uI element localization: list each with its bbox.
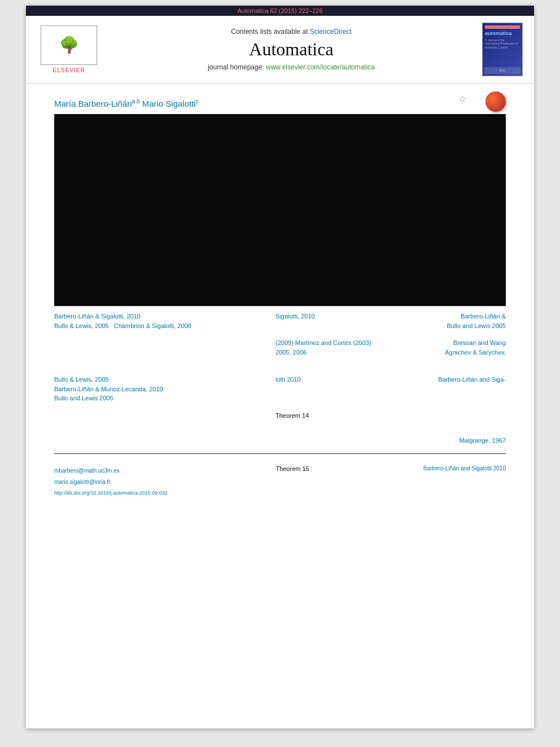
journal-header: 🌳 ELSEVIER Contents lists available at S… bbox=[26, 16, 534, 84]
ref-row-5: Malgrange, 1967 bbox=[54, 436, 506, 445]
ref-row-4: Theorem 14 bbox=[54, 411, 506, 421]
journal-info: Contents lists available at ScienceDirec… bbox=[112, 23, 471, 76]
ref-agrachev-sarychev: Agrachev & Sarychev, bbox=[445, 349, 506, 356]
ref-sigalotti-2010: Sigalotti, 2010 bbox=[275, 313, 315, 320]
cover-subtitle: A Journal of the International Federatio… bbox=[485, 38, 520, 50]
author-badge-icon bbox=[485, 91, 506, 112]
footer-theorem15-area: Theorem 15 bbox=[271, 465, 374, 498]
ref-bressan-wang: Bressan and Wang bbox=[453, 339, 506, 346]
ref-row-3: Bullo & Lewis, 2005 Barbero-Liñán & Muno… bbox=[54, 375, 506, 403]
footer-divider bbox=[54, 453, 506, 454]
ref-barbero-munoz-2010: Barbero-Liñán & Munoz-Lecanda, 2010 bbox=[54, 386, 163, 392]
ref-row5-left bbox=[54, 436, 271, 445]
cover-accent-bar bbox=[485, 25, 520, 29]
tree-icon: 🌳 bbox=[59, 37, 79, 53]
ref-row2-middle: (2009) Martínez and Cortés (2003) 2005, … bbox=[271, 338, 379, 357]
ref-barbero-linan-right: Barbero-Liñán & bbox=[461, 313, 506, 320]
homepage-link[interactable]: www.elsevier.com/locate/automatica bbox=[266, 63, 375, 71]
author1-name: María Barbero-Liñán bbox=[54, 99, 132, 108]
ref-row-2: (2009) Martínez and Cortés (2003) 2005, … bbox=[54, 338, 506, 357]
footer-barbero-sigalotti-ref: Barbero-Liñán and Sigalotti 2010 bbox=[423, 465, 506, 471]
authors-line: María Barbero-Liñána b Mario Sigalottic bbox=[54, 98, 506, 108]
elsevier-tree-logo: 🌳 bbox=[41, 25, 97, 65]
journal-cover-container: automatica A Journal of the Internationa… bbox=[480, 23, 525, 76]
ref-row5-middle bbox=[271, 436, 379, 445]
cover-text: automatica A Journal of the Internationa… bbox=[485, 30, 520, 49]
ref-row2-right: Bressan and Wang Agrachev & Sarychev, bbox=[379, 338, 506, 357]
ref-row-1: Barbero-Liñán & Sigalotti, 2010 Bullo & … bbox=[54, 312, 506, 330]
cover-bottom-bar: IFAC bbox=[484, 67, 520, 74]
ref-row1-middle: Sigalotti, 2010 bbox=[271, 312, 379, 330]
footer-right-ref: Barbero-Liñán and Sigalotti 2010 bbox=[386, 465, 506, 498]
ref-row4-middle: Theorem 14 bbox=[271, 411, 379, 421]
author2-name: Mario Sigalotti bbox=[142, 99, 196, 108]
ref-bullo-lewis-2005: Bullo & Lewis, 2005 bbox=[54, 322, 109, 329]
journal-title: Automatica bbox=[249, 39, 333, 60]
spacer-2 bbox=[54, 428, 506, 436]
ref-row1-left: Barbero-Liñán & Sigalotti, 2010 Bullo & … bbox=[54, 312, 271, 330]
ref-row3-middle: lotti 2010 bbox=[271, 375, 379, 403]
star-icon: ☆ bbox=[458, 94, 466, 104]
theorem-14-label: Theorem 14 bbox=[275, 412, 309, 419]
email1-link[interactable]: mbarbero@math.uc3m.es bbox=[54, 465, 260, 477]
ref-row3-right: Barbero-Liñán and Siga- bbox=[379, 375, 506, 403]
footer-section: mbarbero@math.uc3m.es mario.sigalotti@in… bbox=[54, 465, 506, 498]
citation-bar: Automatica 62 (2015) 222–226 bbox=[26, 6, 534, 16]
theorem-15-label: Theorem 15 bbox=[275, 465, 309, 472]
author2-affiliation: c bbox=[196, 98, 199, 104]
contents-available: Contents lists available at ScienceDirec… bbox=[231, 28, 351, 36]
email2-link[interactable]: mario.sigalotti@inria.fr bbox=[54, 477, 260, 488]
ref-lotti-2010: lotti 2010 bbox=[275, 376, 301, 383]
cover-ifac-text: IFAC bbox=[499, 69, 505, 72]
ref-bullo-lewis-2005-2: Bullo & Lewis, 2005 bbox=[54, 376, 109, 383]
ref-bullo-lewis-right: Bullo and Lewis 2005 bbox=[447, 322, 506, 329]
ref-barbero-sigalotti-2010: Barbero-Liñán & Sigalotti, 2010 bbox=[54, 313, 141, 320]
ref-row5-right: Malgrange, 1967 bbox=[379, 436, 506, 445]
ref-chambrion-sigalotti-2008: Chambrion & Sigalotti, 2008 bbox=[114, 322, 191, 329]
elsevier-logo-container: 🌳 ELSEVIER bbox=[35, 23, 103, 76]
references-section: Barbero-Liñán & Sigalotti, 2010 Bullo & … bbox=[54, 312, 506, 445]
ref-row1-right: Barbero-Liñán & Bullo and Lewis 2005 bbox=[379, 312, 506, 330]
ref-malgrange-1967: Malgrange, 1967 bbox=[459, 437, 506, 444]
ref-row4-right bbox=[379, 411, 506, 421]
elsevier-label: ELSEVIER bbox=[53, 67, 85, 73]
footer-contact-info: mbarbero@math.uc3m.es mario.sigalotti@in… bbox=[54, 465, 260, 498]
journal-homepage: journal homepage: www.elsevier.com/locat… bbox=[208, 63, 375, 71]
ref-row4-left bbox=[54, 411, 271, 421]
sciencedirect-link[interactable]: ScienceDirect bbox=[310, 28, 352, 36]
page: Automatica 62 (2015) 222–226 🌳 ELSEVIER … bbox=[26, 6, 534, 728]
ref-row3-left: Bullo & Lewis, 2005 Barbero-Liñán & Muno… bbox=[54, 375, 271, 403]
doi-link[interactable]: http://dx.doi.org/10.1016/j.automatica.2… bbox=[54, 488, 260, 498]
article-body: ☆ María Barbero-Liñána b Mario Sigalotti… bbox=[26, 84, 534, 508]
journal-cover-image: automatica A Journal of the Internationa… bbox=[482, 23, 523, 76]
article-content-block bbox=[54, 114, 506, 306]
ref-bullo-lewis-2005-3: Bullo and Lewis 2005 bbox=[54, 395, 113, 401]
homepage-text: journal homepage: bbox=[208, 63, 266, 71]
cover-title: automatica bbox=[485, 30, 520, 37]
ref-row2-left bbox=[54, 338, 271, 357]
citation-link[interactable]: Automatica 62 (2015) 222–226 bbox=[237, 7, 322, 14]
ref-2005-2006: 2005, 2006 bbox=[275, 349, 307, 356]
contents-text: Contents lists available at bbox=[231, 28, 309, 36]
ref-2009-martinez-cortes: (2009) Martínez and Cortés (2003) bbox=[275, 339, 371, 346]
spacer-1 bbox=[54, 365, 506, 375]
author1-affiliation: a b bbox=[132, 98, 140, 104]
ref-barbero-linan-siga: Barbero-Liñán and Siga- bbox=[438, 376, 506, 383]
